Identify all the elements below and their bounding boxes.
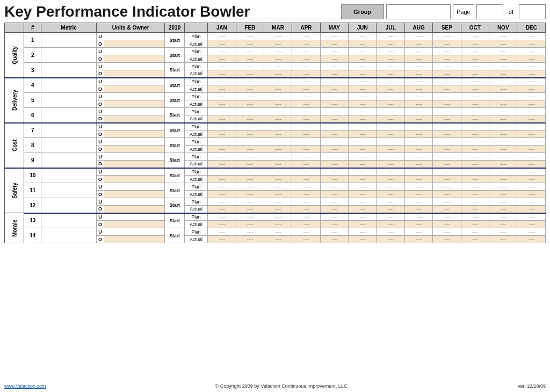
actual-month-may[interactable]: - - - - [320,206,348,213]
actual-month-jun[interactable]: - - - - [349,70,377,78]
actual-month-apr[interactable]: - - - - [292,85,320,93]
actual-month-oct[interactable]: - - - - [461,100,489,108]
plan-month-aug[interactable]: - - - - [404,153,432,161]
actual-month-jul[interactable]: - - - - [377,146,404,153]
start-cell[interactable]: Start [165,63,184,78]
plan-month-feb[interactable]: - - - - [236,183,264,191]
actual-month-jan[interactable]: - - - - [208,236,236,243]
start-cell[interactable]: Start [165,168,184,183]
start-cell[interactable]: Start [165,138,184,153]
actual-month-aug[interactable]: - - - - [404,221,432,228]
units-cell[interactable] [104,138,165,146]
plan-month-aug[interactable]: - - - - [404,63,432,70]
actual-month-may[interactable]: - - - - [320,100,348,108]
units-cell[interactable] [104,183,165,191]
plan-month-nov[interactable]: - - - - [489,93,517,100]
plan-month-jul[interactable]: - - - - [377,228,404,236]
actual-month-sep[interactable]: - - - - [433,176,461,183]
plan-month-jan[interactable]: - - - - [208,168,236,176]
plan-month-aug[interactable]: - - - - [404,93,432,100]
plan-month-jul[interactable]: - - - - [377,78,404,85]
actual-month-apr[interactable]: - - - - [292,130,320,138]
plan-month-aug[interactable]: - - - - [404,123,432,130]
metric-cell[interactable] [41,63,97,78]
owner-cell[interactable] [104,55,165,63]
plan-month-may[interactable]: - - - - [320,153,348,161]
actual-month-mar[interactable]: - - - - [264,130,292,138]
actual-month-oct[interactable]: - - - - [461,55,489,63]
actual-month-apr[interactable]: - - - - [292,191,320,198]
plan-month-jan[interactable]: - - - - [208,153,236,161]
plan-month-jul[interactable]: - - - - [377,168,404,176]
plan-month-feb[interactable]: - - - - [236,198,264,206]
actual-month-oct[interactable]: - - - - [461,85,489,93]
actual-month-aug[interactable]: - - - - [404,85,432,93]
plan-month-mar[interactable]: - - - - [264,138,292,146]
plan-month-apr[interactable]: - - - - [292,63,320,70]
actual-month-jul[interactable]: - - - - [377,85,404,93]
owner-cell[interactable] [104,236,165,243]
plan-month-aug[interactable]: - - - - [404,138,432,146]
actual-month-dec[interactable]: - - - - [517,85,546,93]
start-cell[interactable]: Start [165,93,184,108]
actual-month-nov[interactable]: - - - - [489,55,517,63]
plan-month-apr[interactable]: - - - - [292,183,320,191]
actual-month-feb[interactable]: - - - - [236,115,264,123]
plan-month-oct[interactable]: - - - - [461,78,489,85]
actual-month-aug[interactable]: - - - - [404,70,432,78]
metric-cell[interactable] [41,198,97,213]
actual-month-jun[interactable]: - - - - [349,100,377,108]
actual-month-feb[interactable]: - - - - [236,146,264,153]
actual-month-may[interactable]: - - - - [320,115,348,123]
actual-month-jun[interactable]: - - - - [349,191,377,198]
units-cell[interactable] [104,108,165,115]
start-cell[interactable]: Start [165,213,184,228]
plan-month-jan[interactable]: - - - - [208,78,236,85]
plan-month-oct[interactable]: - - - - [461,138,489,146]
actual-month-oct[interactable]: - - - - [461,236,489,243]
plan-month-jun[interactable]: - - - - [349,33,377,40]
actual-month-jun[interactable]: - - - - [349,206,377,213]
plan-month-jan[interactable]: - - - - [208,108,236,115]
actual-month-may[interactable]: - - - - [320,191,348,198]
plan-month-nov[interactable]: - - - - [489,153,517,161]
actual-month-mar[interactable]: - - - - [264,161,292,168]
actual-month-oct[interactable]: - - - - [461,130,489,138]
actual-month-sep[interactable]: - - - - [433,161,461,168]
actual-month-may[interactable]: - - - - [320,70,348,78]
plan-month-sep[interactable]: - - - - [433,168,461,176]
actual-month-feb[interactable]: - - - - [236,100,264,108]
units-cell[interactable] [104,93,165,100]
plan-month-oct[interactable]: - - - - [461,183,489,191]
actual-month-sep[interactable]: - - - - [433,146,461,153]
plan-month-mar[interactable]: - - - - [264,153,292,161]
actual-month-sep[interactable]: - - - - [433,115,461,123]
start-cell[interactable]: Start [165,153,184,168]
plan-month-mar[interactable]: - - - - [264,93,292,100]
actual-month-jan[interactable]: - - - - [208,70,236,78]
plan-month-jun[interactable]: - - - - [349,168,377,176]
actual-month-apr[interactable]: - - - - [292,115,320,123]
actual-month-aug[interactable]: - - - - [404,236,432,243]
actual-month-oct[interactable]: - - - - [461,221,489,228]
plan-month-apr[interactable]: - - - - [292,228,320,236]
actual-month-dec[interactable]: - - - - [517,55,546,63]
plan-month-feb[interactable]: - - - - [236,33,264,40]
plan-month-dec[interactable]: - - - - [517,228,546,236]
owner-cell[interactable] [104,85,165,93]
owner-cell[interactable] [104,176,165,183]
plan-month-mar[interactable]: - - - - [264,213,292,221]
page-num-value[interactable] [476,4,503,19]
actual-month-jun[interactable]: - - - - [349,85,377,93]
actual-month-may[interactable]: - - - - [320,130,348,138]
actual-month-dec[interactable]: - - - - [517,40,546,48]
actual-month-nov[interactable]: - - - - [489,115,517,123]
plan-month-sep[interactable]: - - - - [433,78,461,85]
actual-month-sep[interactable]: - - - - [433,55,461,63]
actual-month-apr[interactable]: - - - - [292,70,320,78]
actual-month-oct[interactable]: - - - - [461,115,489,123]
plan-month-nov[interactable]: - - - - [489,33,517,40]
actual-month-may[interactable]: - - - - [320,146,348,153]
actual-month-sep[interactable]: - - - - [433,40,461,48]
plan-month-nov[interactable]: - - - - [489,123,517,130]
